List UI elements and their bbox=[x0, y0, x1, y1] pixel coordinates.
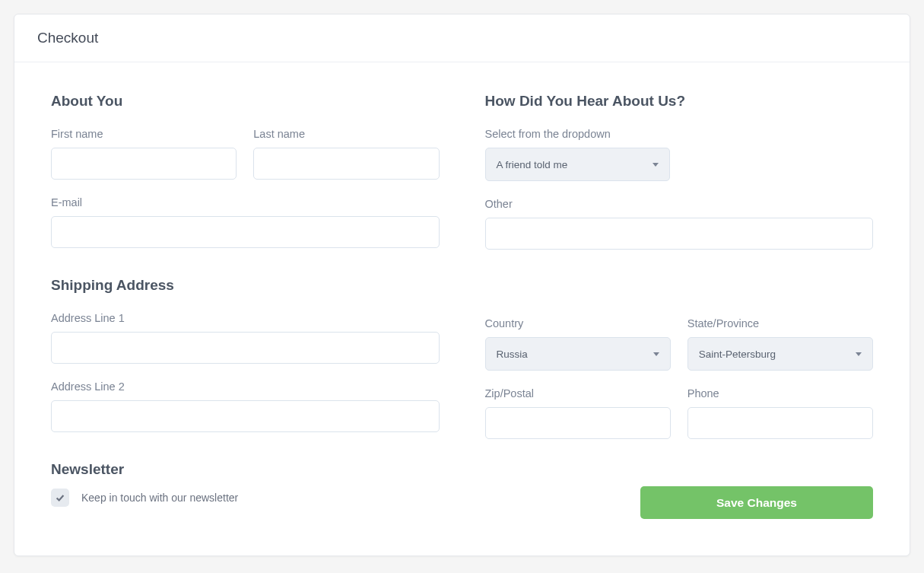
hear-about-heading: How Did You Hear About Us? bbox=[485, 93, 874, 110]
left-column: About You First name Last name E-mail bbox=[51, 93, 440, 519]
newsletter-checkbox[interactable] bbox=[51, 489, 69, 507]
country-select-value: Russia bbox=[497, 349, 528, 360]
last-name-label: Last name bbox=[253, 128, 439, 140]
chevron-down-icon bbox=[653, 163, 659, 167]
right-column: How Did You Hear About Us? Select from t… bbox=[485, 93, 874, 519]
country-label: Country bbox=[485, 317, 671, 329]
chevron-down-icon bbox=[856, 352, 862, 356]
save-changes-button[interactable]: Save Changes bbox=[640, 486, 873, 519]
newsletter-heading: Newsletter bbox=[51, 461, 440, 478]
last-name-input[interactable] bbox=[253, 148, 439, 180]
address1-label: Address Line 1 bbox=[51, 312, 440, 324]
phone-input[interactable] bbox=[687, 407, 873, 439]
state-label: State/Province bbox=[687, 317, 873, 329]
page-title: Checkout bbox=[37, 30, 887, 46]
first-name-input[interactable] bbox=[51, 148, 237, 180]
address2-input[interactable] bbox=[51, 400, 440, 432]
state-select[interactable]: Saint-Petersburg bbox=[687, 337, 873, 371]
newsletter-checkbox-label: Keep in touch with our newsletter bbox=[81, 492, 238, 504]
other-label: Other bbox=[485, 198, 874, 210]
address1-input[interactable] bbox=[51, 332, 440, 364]
hear-about-select-value: A friend told me bbox=[497, 159, 568, 170]
checkout-card: Checkout About You First name Last name bbox=[14, 14, 910, 556]
about-you-heading: About You bbox=[51, 93, 440, 110]
shipping-heading: Shipping Address bbox=[51, 277, 440, 294]
chevron-down-icon bbox=[653, 352, 659, 356]
other-input[interactable] bbox=[485, 218, 874, 250]
address2-label: Address Line 2 bbox=[51, 380, 440, 393]
hear-select-label: Select from the dropdown bbox=[485, 128, 874, 140]
card-body: About You First name Last name E-mail bbox=[14, 62, 910, 555]
email-input[interactable] bbox=[51, 216, 440, 248]
zip-label: Zip/Postal bbox=[485, 387, 671, 400]
first-name-label: First name bbox=[51, 128, 237, 140]
hear-about-select[interactable]: A friend told me bbox=[485, 148, 670, 181]
email-label: E-mail bbox=[51, 196, 440, 209]
state-select-value: Saint-Petersburg bbox=[699, 349, 776, 360]
phone-label: Phone bbox=[687, 387, 873, 400]
zip-input[interactable] bbox=[485, 407, 671, 439]
spacer bbox=[485, 266, 874, 317]
country-select[interactable]: Russia bbox=[485, 337, 671, 371]
check-icon bbox=[55, 492, 65, 503]
card-header: Checkout bbox=[14, 14, 910, 62]
